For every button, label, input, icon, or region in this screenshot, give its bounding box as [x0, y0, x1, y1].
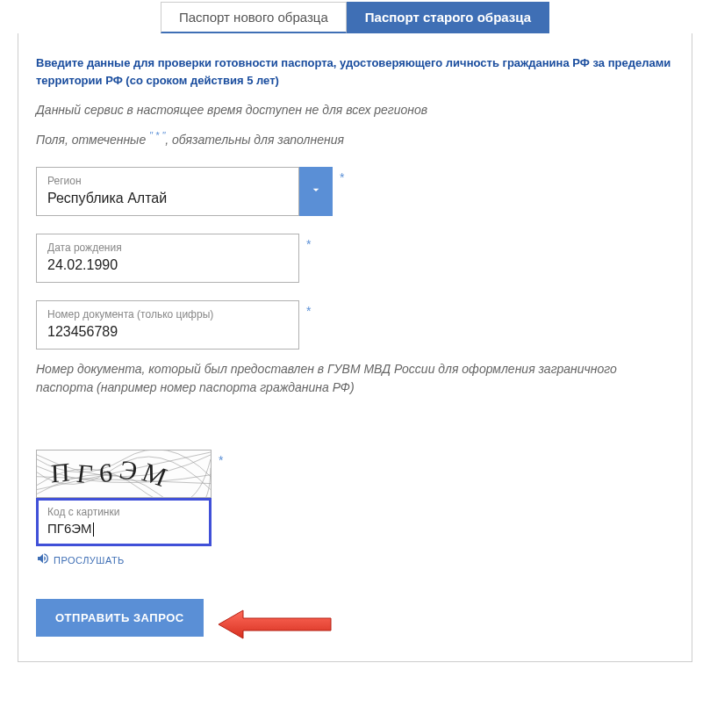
captcha-input-label: Код с картинки [47, 506, 200, 518]
docnum-help-text: Номер документа, который был предоставле… [36, 360, 668, 397]
required-asterisk: * [219, 453, 223, 467]
captcha-input-value: ПГ6ЭМ [47, 521, 200, 537]
attention-arrow-icon [219, 607, 333, 642]
text-cursor [93, 523, 94, 537]
speaker-icon [36, 551, 50, 569]
docnum-value: 123456789 [47, 324, 288, 340]
docnum-label: Номер документа (только цифры) [47, 308, 288, 321]
dob-input[interactable]: Дата рождения 24.02.1990 [36, 234, 299, 283]
captcha-image: ПГ6ЭМ [36, 450, 212, 498]
captcha-block: ПГ6ЭМ * Код с картинки ПГ6ЭМ ПРОСЛУШАТЬ [36, 450, 674, 569]
intro-required-pre: Поля, отмеченные [36, 133, 149, 147]
region-value: Республика Алтай [47, 191, 288, 206]
intro-heading: Введите данные для проверки готовности п… [36, 54, 674, 89]
submit-button[interactable]: ОТПРАВИТЬ ЗАПРОС [36, 599, 204, 637]
region-label: Регион [47, 175, 288, 187]
intro-required-post: , обязательны для заполнения [165, 133, 344, 147]
dob-label: Дата рождения [47, 241, 288, 254]
chevron-down-icon [309, 183, 323, 200]
required-asterisk: * [306, 237, 311, 251]
captcha-listen-label: ПРОСЛУШАТЬ [54, 555, 125, 566]
region-field-wrap: Регион Республика Алтай * [36, 167, 674, 216]
dob-field-wrap: Дата рождения 24.02.1990 * [36, 234, 674, 283]
form-container: Введите данные для проверки готовности п… [18, 33, 692, 662]
tab-old-passport[interactable]: Паспорт старого образца [347, 2, 549, 33]
captcha-glyphs: ПГ6ЭМ [50, 458, 176, 487]
region-dropdown-toggle[interactable] [299, 167, 333, 216]
tab-new-passport[interactable]: Паспорт нового образца [161, 2, 347, 33]
dob-value: 24.02.1990 [47, 257, 288, 273]
svg-marker-0 [219, 610, 331, 638]
docnum-input[interactable]: Номер документа (только цифры) 123456789 [36, 300, 299, 350]
region-select[interactable]: Регион Республика Алтай [36, 167, 299, 216]
required-asterisk-inline: " * " [149, 130, 165, 141]
captcha-input[interactable]: Код с картинки ПГ6ЭМ [36, 498, 212, 546]
required-asterisk: * [306, 304, 311, 318]
tab-bar: Паспорт нового образца Паспорт старого о… [0, 0, 710, 33]
intro-note-availability: Данный сервис в настоящее время доступен… [36, 101, 674, 119]
intro-note-required: Поля, отмеченные " * ", обязательны для … [36, 128, 674, 149]
captcha-listen-button[interactable]: ПРОСЛУШАТЬ [36, 551, 674, 569]
required-asterisk: * [340, 170, 344, 184]
docnum-field-wrap: Номер документа (только цифры) 123456789… [36, 300, 674, 350]
